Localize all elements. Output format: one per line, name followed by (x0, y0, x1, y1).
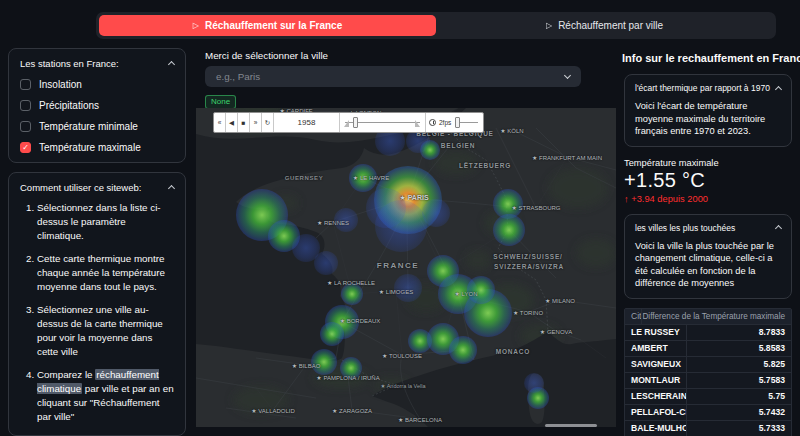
expander-title: les villes les plus touchées (635, 223, 735, 233)
checkbox-temp-rature-minimale[interactable] (20, 121, 31, 132)
timeline-slider[interactable] (340, 113, 426, 132)
tab-rechauffement-france[interactable]: ▷ Réchauffement sur la France (99, 15, 436, 36)
cell-city: LE RUSSEY (625, 325, 687, 340)
expander-header[interactable]: les villes les plus touchées (635, 223, 781, 233)
howto-title: Comment utiliser ce siteweb: (20, 182, 141, 193)
map-label--bordeaux: ★ BORDEAUX (340, 317, 381, 324)
chevron-up-icon (168, 61, 175, 68)
tab-label: Réchauffement sur la France (205, 20, 342, 31)
timeline-knob[interactable] (353, 117, 358, 128)
checkbox-insolation[interactable] (20, 79, 31, 90)
map-label-france: FRANCE (377, 261, 419, 270)
map-label--frankfurt-am-main: ★ FRANKFURT AM MAIN (532, 154, 602, 161)
table-row-bale-mulhouse: BALE-MULHOUSE5.7333 (625, 421, 791, 436)
chevron-up-icon (168, 185, 175, 192)
map-labels: ★ CARDIFF★ LONDONBELGIË - BELGIQUEBELGIE… (196, 108, 616, 427)
cell-difference: 5.75 (687, 391, 791, 401)
checkbox-row-temp-rature-minimale[interactable]: Température minimale (20, 121, 174, 132)
expander-header[interactable]: l'écart thermique par rapport à 1970 (635, 83, 781, 93)
speed-knob[interactable] (455, 117, 460, 128)
column-header-difference[interactable]: Difference de la Température maximale (642, 312, 791, 321)
speed-track (458, 122, 478, 123)
chevron-down-icon (564, 71, 571, 78)
horizontal-scrollbar[interactable] (545, 424, 597, 427)
checkbox-row-insolation[interactable]: Insolation (20, 79, 174, 90)
howto-panel: Comment utiliser ce siteweb: Sélectionne… (8, 172, 186, 436)
map-label--valladolid: ★ VALLADOLID (251, 407, 295, 414)
timeline-step-forward-button[interactable]: » (250, 113, 262, 132)
map-label--lyon: ★ LYON (455, 290, 478, 297)
mode-tabbar: ▷ Réchauffement sur la France ▷ Réchauff… (96, 12, 776, 39)
timeline-limit-start[interactable] (344, 120, 349, 127)
map-label--milano: ★ MILANO (545, 297, 575, 304)
map-label--zaragoza: ★ ZARAGOZA (332, 407, 372, 414)
timeline-step-back-button[interactable]: ◀ (226, 113, 238, 132)
howto-panel-header[interactable]: Comment utiliser ce siteweb: (20, 182, 174, 193)
cell-city: LESCHERAINES (625, 389, 687, 404)
timeline-stop-button[interactable]: ■ (238, 113, 250, 132)
chevron-up-icon (775, 225, 782, 232)
howto-step-3: Sélectionnez une ville au-dessus de la c… (37, 303, 174, 359)
cell-difference: 8.7833 (687, 327, 791, 337)
play-icon: ▷ (546, 21, 552, 30)
map-label-schweiz-suisse-: SCHWEIZ/SUISSE/ (493, 253, 562, 260)
map-label--strasbourg: ★ STRASBOURG (511, 204, 560, 211)
info-title: Info sur le rechauffement en France (622, 52, 792, 64)
howto-list: Sélectionnez dans la liste ci-dessus le … (20, 201, 174, 424)
expander-body: Voici l'écart de température moyenne max… (635, 100, 781, 138)
timeline-control: «◀■»↻ 1958 2fps (213, 112, 484, 133)
map-label--rennes: ★ RENNES (317, 219, 349, 226)
city-select[interactable]: e.g., Paris (205, 66, 581, 87)
tab-label: Réchauffement par ville (558, 20, 663, 31)
cell-difference: 5.8583 (687, 343, 791, 353)
cell-difference: 5.7432 (687, 407, 791, 417)
selection-status-badge: None (205, 95, 236, 109)
checkbox-temp-rature-maximale[interactable]: ✓ (20, 142, 31, 153)
heatmap-map[interactable]: ★ CARDIFF★ LONDONBELGIË - BELGIQUEBELGIE… (196, 108, 616, 427)
map-label--torino: ★ TORINO (513, 309, 543, 316)
table-row-lescheraines: LESCHERAINES5.75 (625, 389, 791, 405)
map-label-svizzera-svizra: SVIZZERA/SVIZRA (494, 263, 564, 270)
stations-title: Les stations en France: (20, 58, 119, 69)
checkbox-row-pr-cipitations[interactable]: Précipitations (20, 100, 174, 111)
stations-list: InsolationPrécipitationsTempérature mini… (20, 79, 174, 153)
checkbox-pr-cipitations[interactable] (20, 100, 31, 111)
table-header-row: City Difference de la Température maxima… (625, 309, 791, 325)
table-body: LE RUSSEY8.7833AMBERT5.8583SAVIGNEUX5.82… (625, 325, 791, 436)
cell-difference: 5.825 (687, 359, 791, 369)
timeline-step-first-button[interactable]: « (214, 113, 226, 132)
map-label--k-ln: ★ KÖLN (500, 127, 523, 134)
speed-clock (426, 113, 439, 132)
speed-slider[interactable] (453, 113, 483, 132)
expander-villes-touchees: les villes les plus touchées Voici la vi… (624, 214, 792, 299)
timeline-loop-button[interactable]: ↻ (262, 113, 274, 132)
howto-step-1: Sélectionnez dans la liste ci-dessus le … (37, 201, 174, 243)
map-label-guernsey: GUERNSEY (285, 175, 323, 181)
map-label--pamplona-iru-a: ★ PAMPLONA / IRUÑA (316, 374, 379, 381)
map-label-belgien: BELGIEN (441, 142, 476, 149)
city-select-label: Merci de sélectionner la ville (205, 50, 616, 61)
map-label--barcelona: ★ BARCELONA (398, 416, 442, 423)
checkbox-label: Précipitations (39, 100, 99, 111)
metric-delta: ↑ +3.94 depuis 2000 (624, 194, 792, 204)
table-row-pellafol-chaneaux: PELLAFOL-CHANEAUX5.7432 (625, 405, 791, 421)
cell-city: MONTLAUR (625, 373, 687, 388)
map-label--paris: ★ PARIS (399, 194, 428, 202)
cell-city: SAVIGNEUX (625, 357, 687, 372)
timeline-limit-end[interactable] (415, 120, 420, 127)
expander-title: l'écart thermique par rapport à 1970 (635, 83, 770, 93)
map-label--bilbao: ★ BILBAO (292, 362, 321, 369)
column-header-city[interactable]: City (625, 309, 642, 324)
checkbox-row-temp-rature-maximale[interactable]: ✓Température maximale (20, 142, 174, 153)
table-row-ambert: AMBERT5.8583 (625, 341, 791, 357)
expander-ecart-thermique: l'écart thermique par rapport à 1970 Voi… (624, 74, 792, 147)
howto-step-2: Cette carte thermique montre chaque anné… (37, 252, 174, 294)
howto-step-4: Comparez le réchauffement climatique par… (37, 368, 174, 424)
map-label--le-havre: ★ LE HAVRE (353, 174, 389, 181)
highlighted-text: réchauffement climatique (37, 369, 159, 394)
stations-panel-header[interactable]: Les stations en France: (20, 58, 174, 69)
cities-table: City Difference de la Température maxima… (624, 308, 792, 436)
tab-rechauffement-ville[interactable]: ▷ Réchauffement par ville (436, 15, 773, 36)
cell-difference: 5.7333 (687, 423, 791, 433)
table-row-montlaur: MONTLAUR5.7583 (625, 373, 791, 389)
